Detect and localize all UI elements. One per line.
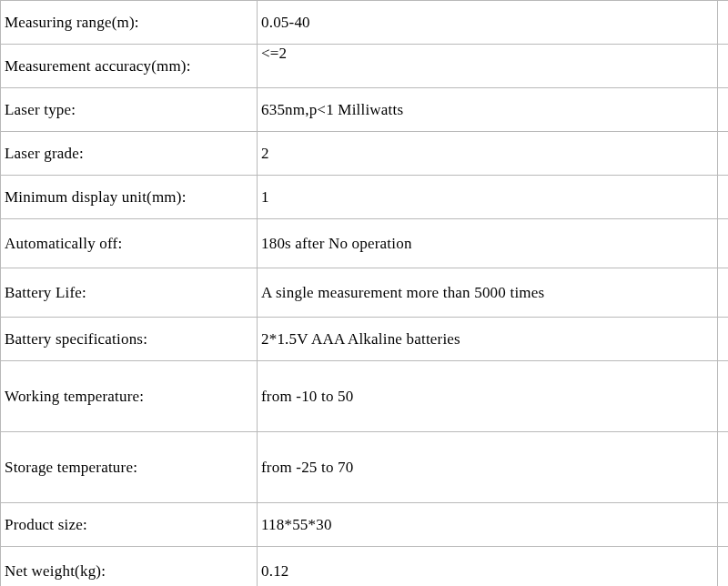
table-row: Measurement accuracy(mm): <=2 (1, 45, 729, 88)
spec-label: Laser type: (1, 88, 258, 132)
table-row: Minimum display unit(mm): 1 (1, 176, 729, 219)
table-row: Battery Life: A single measurement more … (1, 268, 729, 318)
spec-spacer (718, 176, 729, 219)
spec-spacer (718, 318, 729, 361)
spec-label: Product size: (1, 503, 258, 547)
spec-value: 1 (258, 176, 718, 219)
spec-label: Measurement accuracy(mm): (1, 45, 258, 88)
table-row: Laser grade: 2 (1, 132, 729, 176)
spec-spacer (718, 503, 729, 547)
spec-spacer (718, 547, 729, 587)
spec-value: 2 (258, 132, 718, 176)
spec-spacer (718, 361, 729, 432)
spec-value: 2*1.5V AAA Alkaline batteries (258, 318, 718, 361)
spec-value: <=2 (258, 45, 718, 88)
table-row: Working temperature: from -10 to 50 (1, 361, 729, 432)
spec-spacer (718, 219, 729, 268)
spec-label: Net weight(kg): (1, 547, 258, 587)
spec-spacer (718, 88, 729, 132)
spec-label: Measuring range(m): (1, 1, 258, 45)
spec-value: 180s after No operation (258, 219, 718, 268)
spec-label: Laser grade: (1, 132, 258, 176)
spec-value: 0.12 (258, 547, 718, 587)
spec-spacer (718, 132, 729, 176)
spec-label: Battery specifications: (1, 318, 258, 361)
table-row: Laser type: 635nm,p<1 Milliwatts (1, 88, 729, 132)
spec-value: from -25 to 70 (258, 432, 718, 503)
spec-spacer (718, 268, 729, 318)
spec-label: Minimum display unit(mm): (1, 176, 258, 219)
spec-spacer (718, 432, 729, 503)
table-row: Battery specifications: 2*1.5V AAA Alkal… (1, 318, 729, 361)
spec-label: Working temperature: (1, 361, 258, 432)
spec-value: 0.05-40 (258, 1, 718, 45)
spec-spacer (718, 45, 729, 88)
table-row: Automatically off: 180s after No operati… (1, 219, 729, 268)
table-row: Measuring range(m): 0.05-40 (1, 1, 729, 45)
spec-value: A single measurement more than 5000 time… (258, 268, 718, 318)
spec-spacer (718, 1, 729, 45)
spec-table: Measuring range(m): 0.05-40 Measurement … (0, 0, 728, 586)
spec-value: 118*55*30 (258, 503, 718, 547)
spec-value: from -10 to 50 (258, 361, 718, 432)
spec-value: 635nm,p<1 Milliwatts (258, 88, 718, 132)
spec-label: Storage temperature: (1, 432, 258, 503)
spec-label: Battery Life: (1, 268, 258, 318)
spec-label: Automatically off: (1, 219, 258, 268)
table-row: Storage temperature: from -25 to 70 (1, 432, 729, 503)
table-row: Product size: 118*55*30 (1, 503, 729, 547)
table-row: Net weight(kg): 0.12 (1, 547, 729, 587)
